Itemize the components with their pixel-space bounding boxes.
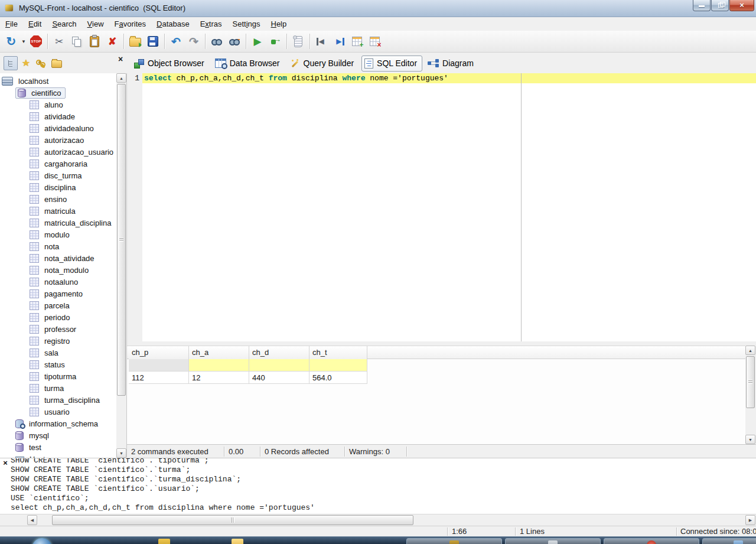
column-header-ch_p[interactable]: ch_p: [129, 346, 189, 359]
tab-query-builder[interactable]: Query Builder: [288, 56, 360, 71]
taskbar-button-1[interactable]: [406, 538, 502, 544]
tree-item-cargahoraria[interactable]: cargahoraria: [0, 158, 116, 170]
menu-item-help[interactable]: Help: [266, 18, 292, 30]
tab-object-browser[interactable]: Object Browser: [131, 56, 210, 71]
taskbar-button-4[interactable]: [702, 538, 756, 544]
minimize-button[interactable]: [693, 0, 711, 11]
toolbar-open-button[interactable]: [126, 32, 144, 50]
column-header-ch_d[interactable]: ch_d: [249, 346, 309, 359]
tree-item-professor[interactable]: professor: [0, 323, 116, 335]
toolbar-post-button[interactable]: [266, 32, 284, 50]
toolbar-delete-button[interactable]: [103, 32, 121, 50]
log-horizontal-scrollbar[interactable]: ◀ ▶: [0, 514, 756, 526]
toolbar-sql-script-button[interactable]: [289, 32, 307, 50]
toolbar-replace-button[interactable]: [226, 32, 243, 50]
menu-item-database[interactable]: Database: [151, 18, 195, 30]
toolbar-redo-button[interactable]: [185, 32, 203, 50]
tree-scroll-down-arrow[interactable]: ▼: [116, 448, 126, 458]
menu-item-settings[interactable]: Settings: [227, 18, 266, 30]
tree-item-atividade[interactable]: atividade: [0, 110, 116, 122]
taskbar-folder-icon[interactable]: [232, 539, 243, 544]
refresh-dropdown-caret[interactable]: ▼: [20, 32, 27, 50]
start-orb[interactable]: [32, 538, 52, 544]
tree-item-parcela[interactable]: parcela: [0, 299, 116, 311]
tree-item-disc-turma[interactable]: disc_turma: [0, 170, 116, 181]
toolbar-copy-button[interactable]: [68, 32, 86, 50]
sidebar-tool-export-folder-button[interactable]: [50, 56, 64, 70]
grid-cell[interactable]: 440: [249, 372, 309, 384]
tree-item-cientifico[interactable]: cientifico: [0, 87, 116, 99]
toolbar-undo-button[interactable]: [167, 32, 185, 50]
tree-item-nota-modulo[interactable]: nota_modulo: [0, 264, 116, 276]
tab-sql-editor[interactable]: SQL Editor: [361, 56, 422, 71]
tree-item-test[interactable]: test: [0, 441, 116, 453]
tree-item-status[interactable]: status: [0, 359, 116, 370]
taskbar-button-3[interactable]: [604, 538, 699, 544]
tab-diagram[interactable]: Diagram: [425, 56, 479, 71]
tree-item-matricula-disciplina[interactable]: matricula_disciplina: [0, 217, 116, 229]
tree-item-pagamento[interactable]: pagamento: [0, 288, 116, 299]
menu-item-favorites[interactable]: Favorites: [109, 18, 151, 30]
toolbar-paste-button[interactable]: [86, 32, 103, 50]
menu-item-view[interactable]: View: [82, 18, 109, 30]
toolbar-first-record-button[interactable]: [312, 32, 330, 50]
taskbar-button-2[interactable]: [505, 538, 601, 544]
grid-cell[interactable]: [249, 359, 309, 372]
column-header-ch_t[interactable]: ch_t: [309, 346, 367, 359]
tree-item-sala[interactable]: sala: [0, 347, 116, 359]
menu-item-file[interactable]: File: [0, 18, 23, 30]
sidebar-tool-keys-button[interactable]: [34, 56, 48, 70]
tree-item-periodo[interactable]: periodo: [0, 311, 116, 323]
tree-item-matricula[interactable]: matricula: [0, 205, 116, 217]
result-row-2[interactable]: 11212440564.0: [127, 372, 367, 384]
tab-data-browser[interactable]: Data Browser: [212, 56, 285, 71]
tree-item-usuario[interactable]: usuario: [0, 406, 116, 418]
toolbar-cut-button[interactable]: [50, 32, 68, 50]
tree-scrollbar[interactable]: ▲ ▼: [116, 73, 126, 458]
tree-item-mysql[interactable]: mysql: [0, 429, 116, 441]
tree-item-localhost[interactable]: localhost: [0, 75, 116, 87]
toolbar-refresh-button[interactable]: [2, 32, 20, 50]
toolbar-run-button[interactable]: [249, 32, 266, 50]
results-scrollbar-thumb[interactable]: [746, 356, 755, 408]
tree-scrollbar-thumb[interactable]: [117, 84, 126, 396]
results-scrollbar[interactable]: ▲ ▼: [745, 346, 755, 444]
tree-item-autorizacao-usuario[interactable]: autorizacao_usuario: [0, 146, 116, 158]
toolbar-find-button[interactable]: [208, 32, 226, 50]
toolbar-delete-record-button[interactable]: [366, 32, 383, 50]
grid-cell[interactable]: 112: [129, 372, 189, 384]
restore-button[interactable]: [711, 0, 729, 11]
sidebar-tool-favorites-star-button[interactable]: [19, 56, 33, 70]
results-scroll-up-arrow[interactable]: ▲: [745, 346, 755, 355]
sql-log-lines[interactable]: SHOW CREATE TABLE `cientifico`.`tipoturm…: [11, 458, 315, 513]
tree-item-modulo[interactable]: modulo: [0, 229, 116, 240]
tree-item-turma-disciplina[interactable]: turma_disciplina: [0, 394, 116, 406]
column-header-ch_a[interactable]: ch_a: [189, 346, 249, 359]
results-scroll-down-arrow[interactable]: ▼: [745, 435, 755, 444]
tree-item-autorizacao[interactable]: autorizacao: [0, 134, 116, 146]
result-row-1[interactable]: [127, 359, 367, 372]
toolbar-save-button[interactable]: [144, 32, 162, 50]
grid-cell[interactable]: [129, 359, 189, 372]
tree-item-atividadealuno[interactable]: atividadealuno: [0, 122, 116, 134]
tree-item-nota-atividade[interactable]: nota_atividade: [0, 252, 116, 264]
log-close-button[interactable]: ×: [1, 459, 9, 467]
sql-query-text[interactable]: select ch_p,ch_a,ch_d,ch_t from discipli…: [144, 74, 448, 83]
tree-item-aluno[interactable]: aluno: [0, 99, 116, 110]
tree-item-information-schema[interactable]: information_schema: [0, 418, 116, 429]
tree-item-turma[interactable]: turma: [0, 382, 116, 394]
menu-item-extras[interactable]: Extras: [195, 18, 227, 30]
tree-item-disciplina[interactable]: disciplina: [0, 181, 116, 193]
tree-item-notaaluno[interactable]: notaaluno: [0, 276, 116, 288]
tree-item-hosts[interactable]: Hosts: [0, 453, 116, 458]
taskbar-key-icon[interactable]: [158, 539, 170, 544]
grid-cell[interactable]: 564.0: [309, 372, 367, 384]
hscroll-right-arrow[interactable]: ▶: [745, 515, 755, 525]
toolbar-stop-button[interactable]: STOP: [27, 32, 45, 50]
tree-item-ensino[interactable]: ensino: [0, 193, 116, 205]
grid-cell[interactable]: [309, 359, 367, 372]
toolbar-insert-record-button[interactable]: [348, 32, 366, 50]
menu-item-search[interactable]: Search: [47, 18, 82, 30]
sidebar-close-button[interactable]: ×: [116, 54, 125, 64]
tree-scroll-up-arrow[interactable]: ▲: [116, 73, 126, 83]
